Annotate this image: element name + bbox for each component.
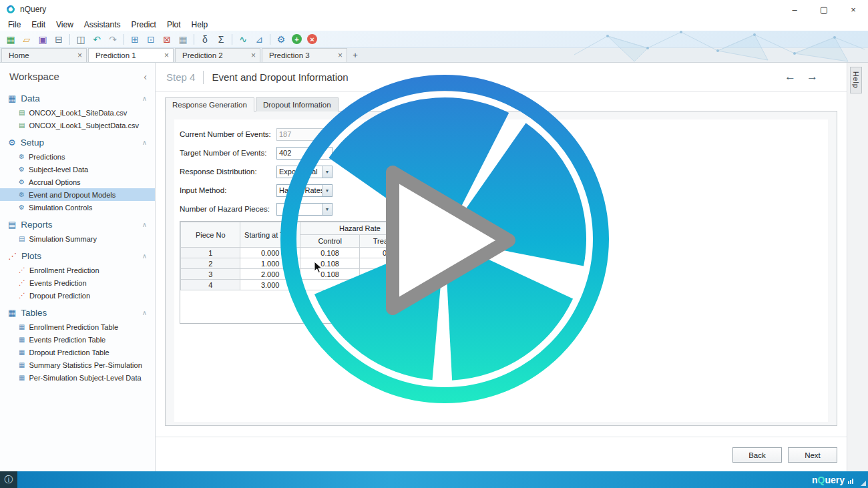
help-tab[interactable]: Help [850,67,862,93]
sidebar-item-accrual-options[interactable]: ⚙Accrual Options [0,176,155,188]
chevron-up-icon[interactable]: ∧ [142,95,147,102]
info-icon[interactable]: ⓘ [0,471,17,488]
menu-view[interactable]: View [51,20,79,29]
tables-icon: ▦ [8,308,16,318]
chevron-up-icon[interactable]: ∧ [142,309,147,316]
resize-grip-icon[interactable] [861,481,866,486]
chevron-up-icon[interactable]: ∧ [142,252,147,260]
tab-prediction-2[interactable]: Prediction 2× [175,48,260,62]
logo-q: Q [818,475,825,485]
line-chart-icon[interactable]: ∿ [236,33,250,46]
sidebar-item-predictions[interactable]: ⚙Predictions [0,150,155,163]
field-label: Current Number of Events: [180,130,276,138]
new-tab-button[interactable]: + [349,48,362,61]
tab-prediction-1[interactable]: Prediction 1× [88,48,174,62]
export-table-icon[interactable]: ⊡ [144,33,158,46]
tab-response-generation[interactable]: Response Generation [165,97,254,111]
sidebar-item-label: Dropout Prediction [29,292,90,300]
menu-help[interactable]: Help [186,20,214,29]
sidebar-item-subject-level-data[interactable]: ⚙Subject-level Data [0,163,155,176]
close-button[interactable]: × [839,0,868,19]
new-table-icon[interactable]: ▦ [3,33,18,46]
redo-icon[interactable]: ↷ [105,33,120,46]
settings-gear-icon[interactable]: ⚙ [274,33,288,46]
tab-label: Home [9,51,72,59]
sidebar-section-tables[interactable]: ▦Tables∧ [0,304,155,320]
maximize-button[interactable]: ▢ [809,0,839,19]
sidebar-item-enrollment-prediction[interactable]: ⋰Enrollment Prediction [0,264,155,276]
sidebar-item-oncox-ilook1-subjectdata-csv[interactable]: ▤ONCOX_iLook1_SubjectData.csv [0,119,155,132]
table-cell[interactable]: 2 [181,258,240,269]
simulation-controls-icon: ⚙ [19,204,25,211]
next-step-arrow[interactable]: → [807,70,818,83]
sidebar-item-label: Enrollment Prediction Table [29,323,118,331]
cancel-icon[interactable]: × [307,34,317,44]
sidebar-item-oncox-ilook1-sitedata-csv[interactable]: ▤ONCOX_iLook1_SiteData.csv [0,106,155,119]
print-preview-icon[interactable]: ◫ [73,33,88,46]
menu-predict[interactable]: Predict [126,20,162,29]
sigma-icon[interactable]: Σ [214,33,228,46]
document-tabs: Home×Prediction 1×Prediction 2×Predictio… [0,48,868,63]
previous-step-arrow[interactable]: ← [785,70,796,83]
section-label: Data [21,93,40,103]
sidebar-item-label: ONCOX_iLook1_SiteData.csv [29,109,127,117]
scatter-chart-icon[interactable]: ⊿ [252,33,266,46]
next-button[interactable]: Next [788,447,837,463]
back-button[interactable]: Back [732,447,782,463]
section-label: Plots [21,251,41,261]
menu-plot[interactable]: Plot [162,20,186,29]
table-icon: ▦ [19,361,25,369]
tab-close-icon[interactable]: × [251,51,256,60]
sidebar-item-events-prediction[interactable]: ⋰Events Prediction [0,276,155,289]
import-table-icon[interactable]: ⊞ [128,33,142,46]
tab-close-icon[interactable]: × [164,51,169,60]
delta-icon[interactable]: δ [198,33,212,46]
sidebar-item-events-prediction-table[interactable]: ▦Events Prediction Table [0,333,155,346]
tab-home[interactable]: Home× [1,48,87,62]
delete-table-icon[interactable]: ⊠ [160,33,174,46]
save-icon[interactable]: ▣ [35,33,50,46]
table-cell[interactable]: 1 [181,248,240,258]
sidebar-section-data[interactable]: ▦Data∧ [0,90,155,106]
chevron-up-icon[interactable]: ∧ [142,221,147,228]
sidebar-item-simulation-controls[interactable]: ⚙Simulation Controls [0,201,155,214]
tab-close-icon[interactable]: × [77,51,82,60]
format-table-icon[interactable]: ▦ [176,33,190,46]
menu-file[interactable]: File [3,20,26,29]
plots-icon: ⋰ [8,251,17,261]
sidebar-section-plots[interactable]: ⋰Plots∧ [0,248,155,264]
sidebar-section-setup[interactable]: ⚙Setup∧ [0,134,155,150]
add-icon[interactable]: + [292,34,302,44]
chevron-up-icon[interactable]: ∧ [142,139,147,146]
sidebar-item-simulation-summary[interactable]: ▤Simulation Summary [0,232,155,245]
menu-assistants[interactable]: Assistants [79,20,126,29]
sidebar-item-label: Simulation Controls [29,204,92,212]
sidebar-item-label: Accrual Options [29,178,81,186]
table-cell[interactable]: 4 [181,280,240,290]
tab-label: Prediction 3 [269,51,333,59]
tab-close-icon[interactable]: × [338,51,343,60]
sidebar-item-per-simulation-subject-level-data[interactable]: ▦Per-Simulation Subject-Level Data [0,371,155,384]
sidebar-item-label: Simulation Summary [29,235,96,243]
sidebar-item-dropout-prediction-table[interactable]: ▦Dropout Prediction Table [0,346,155,358]
window-title: nQuery [20,5,46,14]
menu-edit[interactable]: Edit [26,20,51,29]
sidebar-section-reports[interactable]: ▤Reports∧ [0,216,155,232]
sidebar-item-dropout-prediction[interactable]: ⋰Dropout Prediction [0,289,155,302]
event-dropout-models-icon: ⚙ [19,191,25,198]
sidebar-item-label: Per-Simulation Subject-Level Data [29,374,141,382]
tab-prediction-3[interactable]: Prediction 3× [262,48,347,62]
toolbar-separator [194,34,194,45]
sidebar-collapse-icon[interactable]: ‹ [144,71,147,82]
sidebar-item-enrollment-prediction-table[interactable]: ▦Enrollment Prediction Table [0,320,155,333]
video-play-button-overlay[interactable] [278,72,612,406]
minimize-button[interactable]: – [780,0,809,19]
table-cell[interactable]: 3 [181,269,240,280]
open-folder-icon[interactable]: ▱ [19,33,34,46]
undo-icon[interactable]: ↶ [89,33,104,46]
sidebar-item-event-and-dropout-models[interactable]: ⚙Event and Dropout Models [0,188,155,201]
sidebar-item-label: Predictions [29,153,65,161]
print-icon[interactable]: ⊟ [51,33,66,46]
field-label: Input Method: [180,186,276,194]
sidebar-item-summary-statistics-per-simulation[interactable]: ▦Summary Statistics Per-Simulation [0,358,155,371]
